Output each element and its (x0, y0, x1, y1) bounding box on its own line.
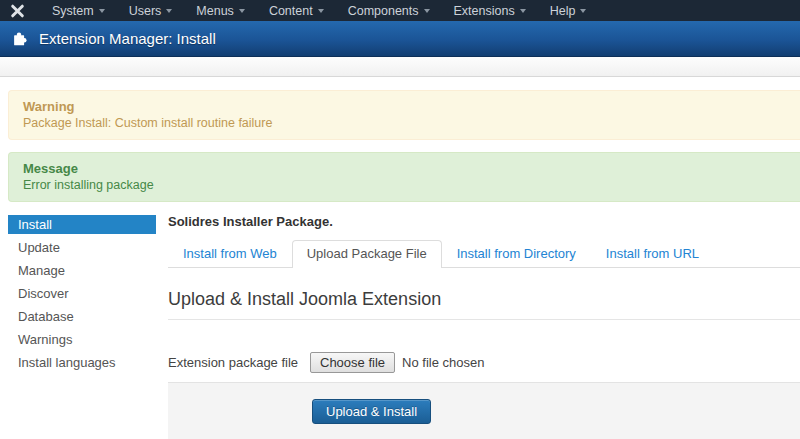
menu-item-label: Components (348, 4, 419, 18)
alert-message: Message Error installing package (8, 152, 800, 202)
menu-item-extensions[interactable]: Extensions (442, 0, 538, 21)
sidebar-item-discover[interactable]: Discover (8, 284, 156, 303)
menu-item-system[interactable]: System (40, 0, 117, 21)
alert-warning-message: Package Install: Custom install routine … (23, 115, 786, 131)
chevron-down-icon (318, 9, 324, 13)
sidebar-item-update[interactable]: Update (8, 238, 156, 257)
sidebar-item-database[interactable]: Database (8, 307, 156, 326)
tab-install-from-web[interactable]: Install from Web (168, 240, 292, 268)
menu-item-label: Content (269, 4, 313, 18)
sidebar-item-warnings[interactable]: Warnings (8, 330, 156, 349)
toolbar-subhead (0, 57, 800, 77)
installer-sidebar: Install Update Manage Discover Database … (0, 215, 168, 439)
chevron-down-icon (166, 9, 172, 13)
tab-install-from-url[interactable]: Install from URL (591, 240, 714, 268)
page-header: Extension Manager: Install (0, 21, 800, 57)
page-title: Extension Manager: Install (39, 30, 216, 47)
alert-message-title: Message (23, 161, 786, 177)
admin-menubar: System Users Menus Content Components Ex… (0, 0, 800, 21)
alert-message-body: Error installing package (23, 177, 786, 193)
menu-item-label: Help (550, 4, 576, 18)
choose-file-button[interactable]: Choose file (310, 352, 395, 373)
content-row: Install Update Manage Discover Database … (0, 215, 800, 439)
menu-item-users[interactable]: Users (117, 0, 185, 21)
joomla-logo-icon (10, 4, 26, 18)
upload-install-button[interactable]: Upload & Install (312, 399, 431, 424)
tab-upload-package-file[interactable]: Upload Package File (292, 240, 442, 268)
file-form-row: Extension package file Choose file No fi… (168, 352, 800, 373)
form-actions-panel: Upload & Install (168, 382, 800, 439)
puzzle-icon (12, 30, 29, 47)
menu-item-menus[interactable]: Menus (184, 0, 257, 21)
sidebar-list: Install Update Manage Discover Database … (8, 215, 156, 372)
package-title: Solidres Installer Package. (168, 215, 800, 229)
sidebar-item-install-languages[interactable]: Install languages (8, 353, 156, 372)
alert-warning: Warning Package Install: Custom install … (8, 90, 800, 140)
menu-item-label: Users (129, 4, 162, 18)
section-heading: Upload & Install Joomla Extension (168, 289, 800, 320)
chevron-down-icon (239, 9, 245, 13)
chevron-down-icon (580, 9, 586, 13)
menu-item-label: System (52, 4, 94, 18)
installer-tabs: Install from Web Upload Package File Ins… (168, 240, 800, 268)
menu-item-label: Menus (196, 4, 234, 18)
sidebar-item-install[interactable]: Install (8, 215, 156, 234)
chevron-down-icon (424, 9, 430, 13)
menubar-items: System Users Menus Content Components Ex… (40, 0, 598, 21)
installer-main: Solidres Installer Package. Install from… (168, 215, 800, 439)
chevron-down-icon (520, 9, 526, 13)
tab-install-from-directory[interactable]: Install from Directory (442, 240, 591, 268)
menu-item-content[interactable]: Content (257, 0, 336, 21)
menu-item-components[interactable]: Components (336, 0, 442, 21)
alert-warning-title: Warning (23, 99, 786, 115)
menu-item-label: Extensions (454, 4, 515, 18)
extension-package-file-label: Extension package file (168, 355, 310, 370)
chevron-down-icon (99, 9, 105, 13)
no-file-chosen-text: No file chosen (402, 355, 484, 370)
sidebar-item-manage[interactable]: Manage (8, 261, 156, 280)
menu-item-help[interactable]: Help (538, 0, 599, 21)
